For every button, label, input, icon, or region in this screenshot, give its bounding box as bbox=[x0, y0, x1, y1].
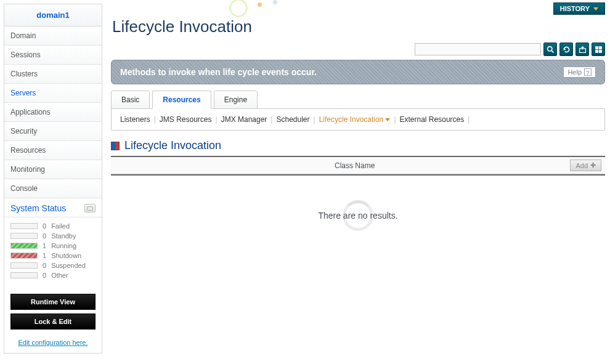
status-label: Failed bbox=[51, 222, 70, 230]
tab-basic[interactable]: Basic bbox=[111, 91, 150, 109]
sidebar: domain1 Domain Sessions Clusters Servers… bbox=[4, 4, 102, 354]
svg-rect-5 bbox=[595, 50, 598, 52]
page-title: Lifecycle Invocation bbox=[112, 17, 605, 36]
grid-icon[interactable] bbox=[592, 42, 605, 56]
subnav: Listeners| JMS Resources| JMX Manager| S… bbox=[120, 115, 596, 124]
svg-point-0 bbox=[547, 46, 551, 51]
add-button[interactable]: Add ✚ bbox=[570, 160, 601, 171]
monitor-icon[interactable] bbox=[84, 204, 96, 212]
chevron-down-icon bbox=[385, 118, 390, 121]
status-count: 1 bbox=[43, 252, 46, 259]
results-table: Class Name Add ✚ bbox=[111, 156, 605, 176]
plus-icon: ✚ bbox=[590, 161, 596, 169]
description-banner: Methods to invoke when life cycle events… bbox=[111, 60, 605, 84]
system-status-list: 0 Failed 0 Standby 1 Running 1 Shutdown … bbox=[4, 217, 102, 288]
status-label: Standby bbox=[51, 232, 76, 240]
nav-security[interactable]: Security bbox=[4, 122, 102, 141]
search-icon[interactable] bbox=[543, 42, 557, 56]
domain-title[interactable]: domain1 bbox=[4, 4, 102, 26]
status-count: 0 bbox=[43, 272, 46, 279]
edit-configuration-link[interactable]: Edit configuration here. bbox=[4, 336, 102, 353]
status-count: 0 bbox=[43, 222, 46, 230]
empty-state: There are no results. bbox=[111, 188, 605, 243]
section-header: Lifecycle Invocation bbox=[111, 139, 605, 152]
column-class-name: Class Name bbox=[139, 161, 570, 170]
status-bar-icon bbox=[10, 233, 38, 239]
nav-monitoring[interactable]: Monitoring bbox=[4, 160, 102, 179]
subnav-item-label: Lifecycle Invocation bbox=[319, 115, 384, 124]
status-bar-icon bbox=[10, 272, 38, 278]
lock-edit-button[interactable]: Lock & Edit bbox=[10, 313, 96, 330]
nav-sessions[interactable]: Sessions bbox=[4, 46, 102, 65]
subnav-jmx-manager[interactable]: JMX Manager bbox=[221, 115, 267, 124]
status-count: 0 bbox=[43, 232, 46, 240]
status-row-other: 0 Other bbox=[10, 272, 96, 279]
tab-resources[interactable]: Resources bbox=[152, 91, 211, 109]
status-count: 0 bbox=[43, 262, 46, 269]
subnav-scheduler[interactable]: Scheduler bbox=[276, 115, 309, 124]
empty-message: There are no results. bbox=[318, 211, 397, 220]
search-input[interactable] bbox=[415, 43, 541, 55]
nav-applications[interactable]: Applications bbox=[4, 103, 102, 122]
table-header: Class Name Add ✚ bbox=[111, 157, 605, 174]
status-row-failed: 0 Failed bbox=[10, 222, 96, 230]
tab-engine[interactable]: Engine bbox=[214, 91, 258, 109]
main-content: HISTORY Lifecycle Invocation Methods to … bbox=[106, 0, 610, 357]
status-row-standby: 0 Standby bbox=[10, 232, 96, 240]
svg-rect-6 bbox=[599, 50, 601, 52]
nav-domain[interactable]: Domain bbox=[4, 26, 102, 46]
section-title: Lifecycle Invocation bbox=[124, 139, 221, 152]
chevron-down-icon bbox=[593, 7, 598, 10]
status-label: Shutdown bbox=[51, 252, 81, 259]
status-row-shutdown: 1 Shutdown bbox=[10, 252, 96, 259]
nav-console[interactable]: Console bbox=[4, 179, 102, 198]
tab-strip: Basic Resources Engine bbox=[111, 91, 605, 109]
nav-servers[interactable]: Servers bbox=[4, 84, 102, 103]
subnav-box: Listeners| JMS Resources| JMX Manager| S… bbox=[111, 108, 605, 131]
subnav-listeners[interactable]: Listeners bbox=[120, 115, 150, 124]
export-icon[interactable] bbox=[575, 42, 589, 56]
svg-rect-4 bbox=[599, 46, 601, 49]
system-status-header: System Status bbox=[4, 198, 102, 217]
status-label: Other bbox=[51, 272, 68, 279]
status-label: Suspended bbox=[51, 262, 86, 269]
flag-icon bbox=[111, 142, 120, 150]
history-button-label: HISTORY bbox=[560, 5, 590, 12]
status-bar-icon bbox=[10, 253, 38, 259]
svg-rect-3 bbox=[595, 46, 598, 49]
runtime-view-button[interactable]: Runtime View bbox=[10, 294, 96, 310]
status-bar-icon bbox=[10, 262, 38, 269]
status-count: 1 bbox=[43, 242, 46, 249]
system-status-title: System Status bbox=[10, 203, 66, 213]
subnav-jms-resources[interactable]: JMS Resources bbox=[160, 115, 212, 124]
svg-line-1 bbox=[551, 51, 553, 52]
nav-resources[interactable]: Resources bbox=[4, 141, 102, 160]
status-bar-icon bbox=[10, 243, 38, 249]
help-button[interactable]: Help ? bbox=[563, 67, 596, 78]
nav-clusters[interactable]: Clusters bbox=[4, 65, 102, 84]
history-button[interactable]: HISTORY bbox=[553, 2, 605, 15]
status-row-suspended: 0 Suspended bbox=[10, 262, 96, 269]
banner-text: Methods to invoke when life cycle events… bbox=[120, 67, 317, 77]
status-bar-icon bbox=[10, 223, 38, 229]
refresh-icon[interactable] bbox=[559, 42, 573, 56]
status-row-running: 1 Running bbox=[10, 242, 96, 249]
subnav-external-resources[interactable]: External Resources bbox=[400, 115, 465, 124]
status-label: Running bbox=[51, 242, 76, 249]
help-icon: ? bbox=[584, 68, 592, 76]
add-button-label: Add bbox=[575, 162, 588, 169]
help-button-label: Help bbox=[567, 68, 582, 76]
subnav-lifecycle-invocation[interactable]: Lifecycle Invocation bbox=[319, 115, 391, 124]
